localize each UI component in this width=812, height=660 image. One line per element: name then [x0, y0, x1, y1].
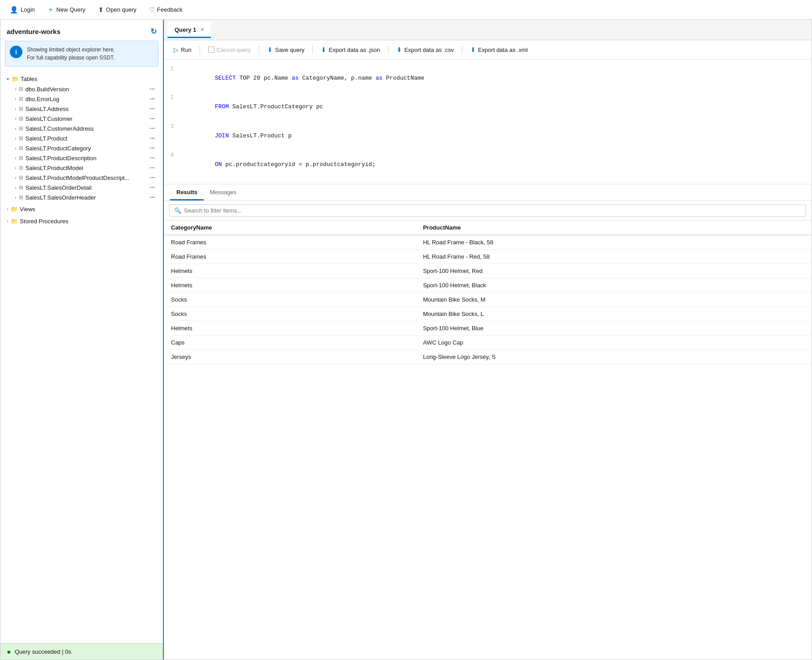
feedback-button[interactable]: ♡ Feedback: [145, 3, 187, 17]
query-tab-label: Query 1: [175, 26, 196, 33]
export-csv-label: Export data as .csv: [404, 47, 454, 53]
run-button[interactable]: ▷ Run: [169, 44, 196, 55]
export-csv-button[interactable]: ⬇ Export data as .csv: [392, 44, 458, 55]
code-editor[interactable]: 1 SELECT TOP 20 pc.Name as CategoryName,…: [164, 60, 812, 184]
item-chevron-11: ›: [15, 195, 17, 200]
table-item-7[interactable]: › ⊞ SalesLT.ProductDescription ···: [0, 153, 163, 163]
db-header: adventure-works ↻: [0, 20, 163, 41]
cell-8-1: Long-Sleeve Logo Jersey, S: [416, 349, 812, 364]
table-item-8[interactable]: › ⊞ SalesLT.ProductModel ···: [0, 163, 163, 173]
results-tab[interactable]: Results: [170, 184, 204, 200]
export-json-button[interactable]: ⬇ Export data as .json: [316, 44, 385, 55]
table-row: CapsAWC Logo Cap: [164, 335, 812, 349]
table-item-9[interactable]: › ⊞ SalesLT.ProductModelProductDescript.…: [0, 173, 163, 183]
item-ellipsis-5[interactable]: ···: [148, 135, 157, 142]
save-icon: ⬇: [267, 46, 273, 53]
messages-tab[interactable]: Messages: [204, 184, 243, 200]
item-chevron-10: ›: [15, 185, 17, 190]
toolbar-separator-1: [200, 45, 200, 54]
item-label-10: SalesLT.SalesOrderDetail: [26, 184, 92, 191]
item-label-8: SalesLT.ProductModel: [26, 165, 83, 171]
views-group[interactable]: › 📁 Views: [0, 204, 163, 214]
code-line-1: 1 SELECT TOP 20 pc.Name as CategoryName,…: [164, 64, 812, 93]
open-query-button[interactable]: ⬆ Open query: [94, 3, 141, 17]
table-item-2[interactable]: › ⊞ SalesLT.Address ···: [0, 104, 163, 114]
item-chevron-4: ›: [15, 126, 17, 131]
save-query-button[interactable]: ⬇ Save query: [263, 44, 309, 55]
table-icon-6: ⊞: [19, 145, 23, 151]
item-ellipsis-0[interactable]: ···: [148, 85, 157, 93]
refresh-icon[interactable]: ↻: [150, 27, 157, 36]
new-query-button[interactable]: ＋ New Query: [43, 3, 90, 17]
item-label-3: SalesLT.Customer: [26, 115, 73, 122]
cell-0-0: Road Frames: [164, 235, 416, 250]
search-icon: 🔍: [174, 207, 181, 214]
table-item-4[interactable]: › ⊞ SalesLT.CustomerAddress ···: [0, 123, 163, 133]
item-ellipsis-1[interactable]: ···: [148, 95, 157, 102]
tab-close-icon[interactable]: ×: [201, 26, 204, 33]
item-ellipsis-6[interactable]: ···: [148, 145, 157, 152]
search-box[interactable]: 🔍: [169, 204, 806, 217]
sp-label: Stored Procedures: [20, 218, 68, 225]
cell-1-1: HL Road Frame - Red, 58: [416, 249, 812, 264]
table-item-5[interactable]: › ⊞ SalesLT.Product ···: [0, 133, 163, 143]
tables-chevron: ▾: [7, 77, 9, 81]
cell-5-0: Socks: [164, 307, 416, 321]
toolbar-separator-5: [462, 45, 462, 54]
code-content-3: JOIN SalesLT.Product p: [180, 122, 292, 150]
item-ellipsis-11[interactable]: ···: [148, 194, 157, 201]
cell-2-0: Helmets: [164, 264, 416, 278]
search-input[interactable]: [184, 207, 801, 214]
stored-procedures-group[interactable]: › 📁 Stored Procedures: [0, 216, 163, 226]
cell-4-1: Mountain Bike Socks, M: [416, 292, 812, 307]
info-icon: i: [10, 46, 22, 58]
item-ellipsis-4[interactable]: ···: [148, 125, 157, 132]
table-item-3[interactable]: › ⊞ SalesLT.Customer ···: [0, 114, 163, 123]
query-tab-1[interactable]: Query 1 ×: [167, 22, 211, 38]
export-xml-button[interactable]: ⬇ Export data as .xml: [466, 44, 532, 55]
item-ellipsis-3[interactable]: ···: [148, 115, 157, 122]
object-explorer: ▾ 📁 Tables › ⊞ dbo.BuildVersion ··· ›: [0, 71, 163, 643]
plus-icon: ＋: [47, 5, 54, 14]
toolbar-separator-2: [259, 45, 259, 54]
code-content-1: SELECT TOP 20 pc.Name as CategoryName, p…: [180, 64, 424, 92]
cell-7-1: AWC Logo Cap: [416, 335, 812, 349]
cell-2-1: Sport-100 Helmet, Red: [416, 264, 812, 278]
table-item-0[interactable]: › ⊞ dbo.BuildVersion ···: [0, 84, 163, 94]
item-ellipsis-9[interactable]: ···: [148, 174, 157, 181]
code-content-4: ON pc.productcategoryid = p.productcateg…: [180, 151, 376, 179]
table-item-10[interactable]: › ⊞ SalesLT.SalesOrderDetail ···: [0, 183, 163, 192]
cell-0-1: HL Road Frame - Black, 58: [416, 235, 812, 250]
table-row: Road FramesHL Road Frame - Black, 58: [164, 235, 812, 250]
table-item-6[interactable]: › ⊞ SalesLT.ProductCategory ···: [0, 143, 163, 153]
item-label-9: SalesLT.ProductModelProductDescript...: [26, 175, 129, 181]
item-ellipsis-7[interactable]: ···: [148, 154, 157, 162]
right-panel: Query 1 × ▷ Run Cancel query ⬇ Save quer…: [164, 20, 812, 660]
table-item-11[interactable]: › ⊞ SalesLT.SalesOrderHeader ···: [0, 192, 163, 202]
table-icon-9: ⊞: [19, 175, 23, 181]
status-bar: ● Query succeeded | 0s: [0, 643, 163, 660]
export-json-icon: ⬇: [321, 46, 326, 53]
table-row: HelmetsSport-100 Helmet, Blue: [164, 321, 812, 335]
item-ellipsis-2[interactable]: ···: [148, 105, 157, 112]
upload-icon: ⬆: [98, 6, 104, 14]
cancel-query-button[interactable]: Cancel query: [204, 44, 256, 55]
cell-3-0: Helmets: [164, 278, 416, 292]
line-num-3: 3: [164, 123, 180, 131]
tables-folder-icon: 📁: [12, 76, 19, 82]
tables-group[interactable]: ▾ 📁 Tables: [0, 74, 163, 84]
export-csv-icon: ⬇: [397, 46, 402, 53]
item-chevron-8: ›: [15, 165, 17, 170]
left-panel: adventure-works ↻ i Showing limited obje…: [0, 20, 164, 660]
login-button[interactable]: 👤 Login: [5, 3, 39, 17]
item-label-4: SalesLT.CustomerAddress: [26, 125, 94, 132]
results-panel: Results Messages 🔍 CategoryName: [164, 184, 812, 660]
query-toolbar: ▷ Run Cancel query ⬇ Save query ⬇ Export…: [164, 40, 812, 60]
toolbar-separator-4: [388, 45, 389, 54]
toolbar-separator-3: [312, 45, 313, 54]
item-ellipsis-8[interactable]: ···: [148, 164, 157, 171]
table-item-1[interactable]: › ⊞ dbo.ErrorLog ···: [0, 94, 163, 104]
table-row: HelmetsSport-100 Helmet, Red: [164, 264, 812, 278]
item-ellipsis-10[interactable]: ···: [148, 184, 157, 191]
item-chevron-6: ›: [15, 145, 17, 151]
